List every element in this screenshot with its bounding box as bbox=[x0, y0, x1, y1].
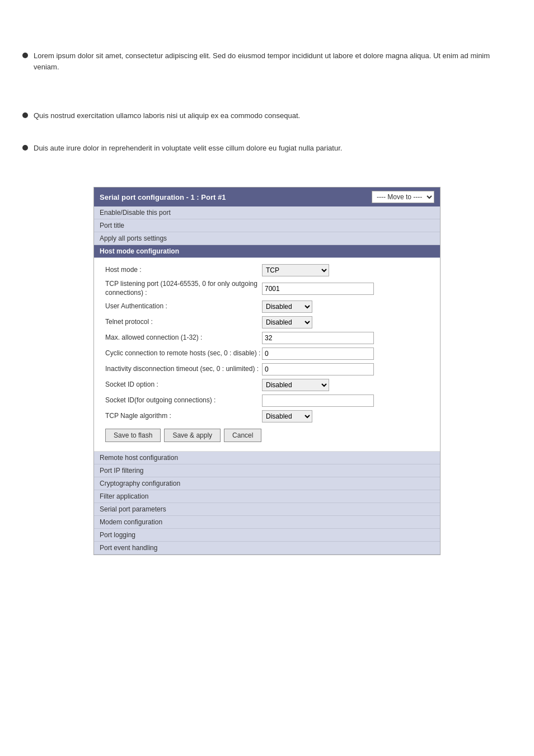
control-max-conn bbox=[262, 332, 434, 344]
input-tcp-port[interactable] bbox=[262, 283, 374, 295]
select-user-auth[interactable]: Disabled Enabled bbox=[262, 300, 312, 313]
label-telnet: Telnet protocol : bbox=[105, 318, 262, 327]
bullet-item-2: Quis nostrud exercitation ullamco labori… bbox=[22, 110, 512, 121]
control-tcp-port bbox=[262, 283, 434, 295]
save-to-flash-button[interactable]: Save to flash bbox=[105, 429, 161, 442]
cancel-button[interactable]: Cancel bbox=[224, 429, 261, 442]
move-to-select[interactable]: ---- Move to ---- bbox=[372, 191, 434, 203]
input-cyclic[interactable] bbox=[262, 348, 374, 360]
control-inactivity bbox=[262, 363, 434, 375]
mid-spacer-2 bbox=[22, 132, 512, 143]
section-port-logging[interactable]: Port logging bbox=[94, 529, 440, 542]
form-row-nagle: TCP Nagle algorithm : Disabled Enabled bbox=[94, 408, 440, 424]
section-port-event[interactable]: Port event handling bbox=[94, 542, 440, 555]
control-cyclic bbox=[262, 348, 434, 360]
button-row: Save to flash Save & apply Cancel bbox=[94, 424, 440, 447]
config-panel: Serial port configuration - 1 : Port #1 … bbox=[93, 187, 441, 555]
control-nagle: Disabled Enabled bbox=[262, 410, 434, 422]
label-user-auth: User Authentication : bbox=[105, 302, 262, 311]
control-host-mode: TCP UDP Disabled bbox=[262, 264, 434, 276]
bullet-dot-3 bbox=[22, 145, 28, 151]
form-row-inactivity: Inactivity disconnection timeout (sec, 0… bbox=[94, 361, 440, 377]
page-wrapper: Lorem ipsum dolor sit amet, consectetur … bbox=[0, 0, 534, 583]
panel-title: Serial port configuration - 1 : Port #1 bbox=[100, 193, 226, 201]
control-socket-id-out bbox=[262, 395, 434, 407]
select-nagle[interactable]: Disabled Enabled bbox=[262, 410, 312, 422]
bullet-text-2: Quis nostrud exercitation ullamco labori… bbox=[34, 110, 300, 121]
section-remote-host[interactable]: Remote host configuration bbox=[94, 452, 440, 464]
form-row-host-mode: Host mode : TCP UDP Disabled bbox=[94, 262, 440, 278]
label-cyclic: Cyclic connection to remote hosts (sec, … bbox=[105, 349, 262, 358]
bullet-item-1: Lorem ipsum dolor sit amet, consectetur … bbox=[22, 50, 512, 72]
save-and-apply-button[interactable]: Save & apply bbox=[164, 429, 221, 442]
form-row-user-auth: User Authentication : Disabled Enabled bbox=[94, 299, 440, 314]
label-inactivity: Inactivity disconnection timeout (sec, 0… bbox=[105, 365, 262, 374]
section-port-title[interactable]: Port title bbox=[94, 219, 440, 232]
select-socket-id[interactable]: Disabled Enabled bbox=[262, 379, 329, 391]
pre-panel-spacer bbox=[22, 165, 512, 176]
section-port-ip[interactable]: Port IP filtering bbox=[94, 464, 440, 477]
form-row-tcp-port: TCP listening port (1024-65535, 0 for on… bbox=[94, 278, 440, 299]
input-inactivity[interactable] bbox=[262, 363, 374, 375]
section-enable-disable[interactable]: Enable/Disable this port bbox=[94, 206, 440, 219]
bullet-text-3: Duis aute irure dolor in reprehenderit i… bbox=[34, 143, 342, 154]
section-crypto[interactable]: Cryptography configuration bbox=[94, 477, 440, 490]
form-row-cyclic: Cyclic connection to remote hosts (sec, … bbox=[94, 346, 440, 361]
top-spacer bbox=[22, 17, 512, 50]
bullet-text-1: Lorem ipsum dolor sit amet, consectetur … bbox=[34, 50, 512, 72]
panel-header: Serial port configuration - 1 : Port #1 … bbox=[94, 187, 440, 206]
form-section: Host mode : TCP UDP Disabled TCP listeni… bbox=[94, 258, 440, 452]
form-row-max-conn: Max. allowed connection (1-32) : bbox=[94, 330, 440, 346]
bullet-section: Lorem ipsum dolor sit amet, consectetur … bbox=[22, 17, 512, 153]
form-row-socket-id: Socket ID option : Disabled Enabled bbox=[94, 377, 440, 393]
input-max-conn[interactable] bbox=[262, 332, 374, 344]
label-host-mode: Host mode : bbox=[105, 266, 262, 275]
select-telnet[interactable]: Disabled Enabled bbox=[262, 316, 312, 328]
section-host-mode[interactable]: Host mode configuration bbox=[94, 245, 440, 258]
label-max-conn: Max. allowed connection (1-32) : bbox=[105, 334, 262, 342]
form-row-telnet: Telnet protocol : Disabled Enabled bbox=[94, 314, 440, 330]
mid-spacer-1 bbox=[22, 82, 512, 110]
input-socket-id-out[interactable] bbox=[262, 395, 374, 407]
bullet-dot-1 bbox=[22, 53, 28, 58]
control-socket-id: Disabled Enabled bbox=[262, 379, 434, 391]
section-apply-all[interactable]: Apply all ports settings bbox=[94, 232, 440, 245]
bullet-item-3: Duis aute irure dolor in reprehenderit i… bbox=[22, 143, 512, 154]
control-user-auth: Disabled Enabled bbox=[262, 300, 434, 313]
section-modem-config[interactable]: Modem configuration bbox=[94, 516, 440, 529]
select-host-mode[interactable]: TCP UDP Disabled bbox=[262, 264, 329, 276]
label-tcp-port: TCP listening port (1024-65535, 0 for on… bbox=[105, 280, 262, 297]
control-telnet: Disabled Enabled bbox=[262, 316, 434, 328]
section-serial-params[interactable]: Serial port parameters bbox=[94, 503, 440, 516]
label-socket-id: Socket ID option : bbox=[105, 381, 262, 389]
label-socket-id-out: Socket ID(for outgoing connections) : bbox=[105, 396, 262, 405]
form-row-socket-id-out: Socket ID(for outgoing connections) : bbox=[94, 393, 440, 408]
section-filter-app[interactable]: Filter application bbox=[94, 490, 440, 503]
label-nagle: TCP Nagle algorithm : bbox=[105, 412, 262, 421]
bullet-dot-2 bbox=[22, 112, 28, 118]
